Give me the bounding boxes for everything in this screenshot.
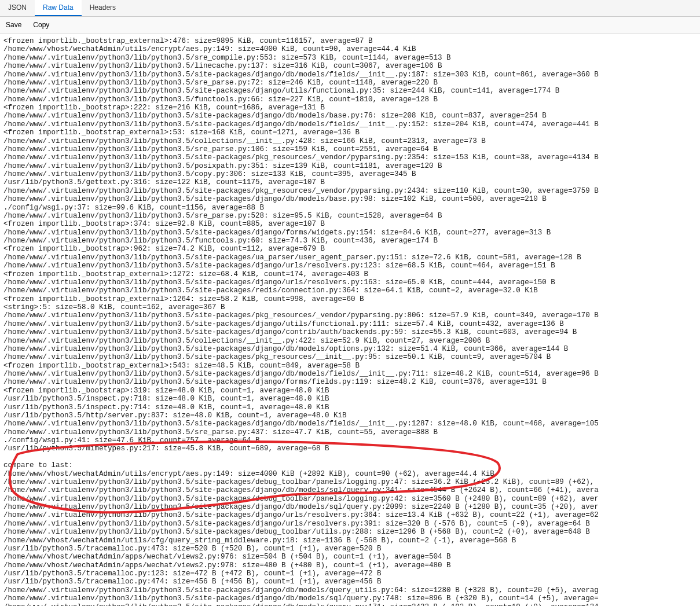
- copy-button[interactable]: Copy: [27, 19, 55, 31]
- output-line: /home/www/.virtualenv/python3/lib/python…: [3, 153, 697, 161]
- output-line: <frozen importlib._bootstrap>:962: size=…: [3, 245, 697, 253]
- output-line: /home/www/.virtualenv/python3/lib/python…: [3, 96, 697, 104]
- output-line: <frozen importlib._bootstrap>:319: size=…: [3, 387, 697, 395]
- output-line: /home/www/.virtualenv/python3/lib/python…: [3, 120, 697, 128]
- output-line: <frozen importlib._bootstrap_external>:1…: [3, 270, 697, 278]
- output-line: /home/www/.virtualenv/python3/lib/python…: [3, 478, 697, 486]
- output-line: /home/www/.virtualenv/python3/lib/python…: [3, 137, 697, 145]
- tab-json[interactable]: JSON: [0, 0, 35, 16]
- output-line: <frozen importlib._bootstrap_external>:4…: [3, 37, 697, 45]
- output-line: /home/www/.virtualenv/python3/lib/python…: [3, 328, 697, 336]
- output-line: /home/www/.virtualenv/python3/lib/python…: [3, 428, 697, 436]
- output-line: /usr/lib/python3.5/http/server.py:837: s…: [3, 412, 697, 420]
- output-line: /home/www/.virtualenv/python3/lib/python…: [3, 187, 697, 195]
- output-line: /home/www/.virtualenv/python3/lib/python…: [3, 495, 697, 503]
- output-line: /home/www/.virtualenv/python3/lib/python…: [3, 520, 697, 528]
- output-line: /home/www/.virtualenv/python3/lib/python…: [3, 594, 697, 603]
- output-line: <frozen importlib._bootstrap_external>:1…: [3, 295, 697, 303]
- output-line: /home/www/.virtualenv/python3/lib/python…: [3, 54, 697, 62]
- output-line: /home/www/.virtualenv/python3/lib/python…: [3, 262, 697, 270]
- output-line: [3, 453, 697, 461]
- tab-bar: JSON Raw Data Headers: [0, 0, 700, 17]
- output-line: /home/www/.virtualenv/python3/lib/python…: [3, 345, 697, 353]
- output-line: <frozen importlib._bootstrap>:222: size=…: [3, 104, 697, 112]
- output-line: /home/www/.virtualenv/python3/lib/python…: [3, 237, 697, 245]
- output-line: /home/www/vhost/wechatAdmin/apps/wechat/…: [3, 553, 697, 561]
- output-line: /home/www/.virtualenv/python3/lib/python…: [3, 145, 697, 153]
- output-line: ./config/wsgi.py:41: size=47.6 KiB, coun…: [3, 436, 697, 445]
- output-line: /home/www/.virtualenv/python3/lib/python…: [3, 229, 697, 237]
- output-line: /home/www/vhost/wechatAdmin/utils/cfg/qu…: [3, 537, 697, 545]
- output-line: /home/www/.virtualenv/python3/lib/python…: [3, 212, 697, 220]
- output-line: /home/www/.virtualenv/python3/lib/python…: [3, 79, 697, 87]
- output-line: /home/www/.virtualenv/python3/lib/python…: [3, 287, 697, 295]
- output-line: /home/www/vhost/wechatAdmin/apps/wechat/…: [3, 561, 697, 570]
- output-line: /home/www/.virtualenv/python3/lib/python…: [3, 420, 697, 428]
- output-line: /home/www/vhost/wechatAdmin/utils/encryp…: [3, 45, 697, 53]
- output-line: /usr/lib/python3.5/mimetypes.py:217: siz…: [3, 445, 697, 453]
- output-line: /home/www/.virtualenv/python3/lib/python…: [3, 62, 697, 70]
- tab-raw-data[interactable]: Raw Data: [35, 0, 82, 16]
- output-line: /home/www/.virtualenv/python3/lib/python…: [3, 511, 697, 519]
- output-line: /home/www/.virtualenv/python3/lib/python…: [3, 162, 697, 170]
- output-line: /usr/lib/python3.5/inspect.py:714: size=…: [3, 403, 697, 412]
- output-line: /usr/lib/python3.5/tracemalloc.py:473: s…: [3, 545, 697, 553]
- output-line: /home/www/.virtualenv/python3/lib/python…: [3, 320, 697, 328]
- output-line: <frozen importlib._bootstrap_external>:5…: [3, 128, 697, 137]
- output-line: /usr/lib/python3.5/tracemalloc.py:123: s…: [3, 570, 697, 578]
- output-line: compare to last:: [3, 461, 697, 469]
- save-button[interactable]: Save: [0, 19, 27, 31]
- output-line: /home/www/.virtualenv/python3/lib/python…: [3, 353, 697, 361]
- output-line: /home/www/.virtualenv/python3/lib/python…: [3, 603, 697, 607]
- output-line: /home/www/.virtualenv/python3/lib/python…: [3, 278, 697, 287]
- output-line: /home/www/.virtualenv/python3/lib/python…: [3, 311, 697, 319]
- output-line: /home/www/vhost/wechatAdmin/utils/encryp…: [3, 470, 697, 478]
- tab-headers[interactable]: Headers: [82, 0, 124, 16]
- output-line: /home/www/.virtualenv/python3/lib/python…: [3, 503, 697, 511]
- output-line: /home/www/.virtualenv/python3/lib/python…: [3, 87, 697, 95]
- output-line: /home/www/.virtualenv/python3/lib/python…: [3, 378, 697, 386]
- output-line: /usr/lib/python3.5/tracemalloc.py:474: s…: [3, 578, 697, 586]
- output-line: /usr/lib/python3.5/gettext.py:316: size=…: [3, 178, 697, 186]
- output-line: /home/www/.virtualenv/python3/lib/python…: [3, 486, 697, 494]
- output-line: /home/www/.virtualenv/python3/lib/python…: [3, 254, 697, 262]
- output-line: ./config/wsgi.py:37: size=99.6 KiB, coun…: [3, 204, 697, 212]
- output-line: <string>:5: size=58.0 KiB, count=162, av…: [3, 303, 697, 311]
- output-line: /home/www/.virtualenv/python3/lib/python…: [3, 195, 697, 203]
- output-line: /home/www/.virtualenv/python3/lib/python…: [3, 71, 697, 79]
- output-line: <frozen importlib._bootstrap_external>:5…: [3, 362, 697, 370]
- action-bar: Save Copy: [0, 17, 700, 34]
- output-line: /home/www/.virtualenv/python3/lib/python…: [3, 370, 697, 378]
- output-line: /home/www/.virtualenv/python3/lib/python…: [3, 337, 697, 345]
- raw-output: <frozen importlib._bootstrap_external>:4…: [0, 34, 700, 606]
- output-line: /home/www/.virtualenv/python3/lib/python…: [3, 112, 697, 120]
- output-line: <frozen importlib._bootstrap>:374: size=…: [3, 220, 697, 228]
- output-line: /home/www/.virtualenv/python3/lib/python…: [3, 170, 697, 178]
- output-line: /home/www/.virtualenv/python3/lib/python…: [3, 528, 697, 536]
- output-line: /home/www/.virtualenv/python3/lib/python…: [3, 586, 697, 594]
- output-line: /usr/lib/python3.5/inspect.py:718: size=…: [3, 395, 697, 403]
